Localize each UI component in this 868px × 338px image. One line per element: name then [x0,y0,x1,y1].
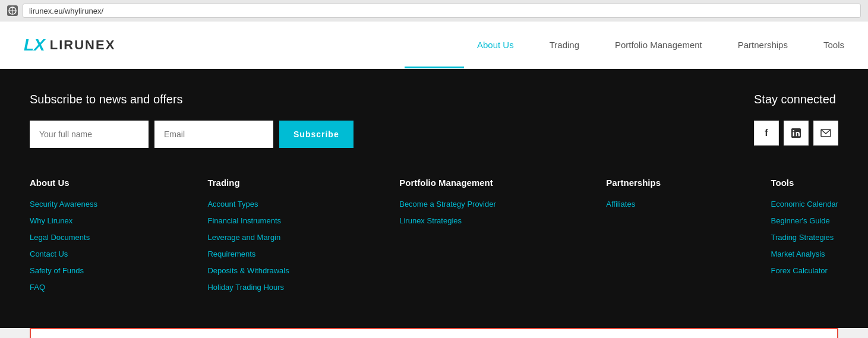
subscribe-section: Subscribe to news and offers Subscribe S… [30,93,838,148]
list-item: Contact Us [30,248,97,259]
footer-col-trading: Trading Account Types Financial Instrume… [207,178,289,298]
link-financial-instruments[interactable]: Financial Instruments [207,216,281,225]
link-faq[interactable]: FAQ [30,283,45,292]
link-holiday-hours[interactable]: Holiday Trading Hours [207,283,284,292]
link-economic-calendar[interactable]: Economic Calendar [771,200,838,209]
link-market-analysis[interactable]: Market Analysis [771,249,825,258]
nav-item-portfolio[interactable]: Portfolio Management [615,40,702,50]
footer-col-partnerships: Partnerships Affiliates [606,178,661,298]
nav-link-about-us[interactable]: About Us [477,40,514,50]
list-item: Financial Instruments [207,215,289,226]
name-input[interactable] [30,121,149,148]
link-lirunex-strategies[interactable]: Lirunex Strategies [399,216,462,225]
list-item: Requirements [207,248,289,259]
footer-col-trading-heading: Trading [207,178,289,188]
stay-connected: Stay connected f [754,93,838,146]
list-item: Market Analysis [771,248,838,259]
list-item: Safety of Funds [30,265,97,276]
email-icon[interactable] [813,121,838,146]
navbar: LX LIRUNEX About Us Trading Portfolio Ma… [0,21,868,69]
logo-text: LIRUNEX [50,37,116,53]
logo-icon: LX [24,37,45,53]
list-item: Holiday Trading Hours [207,282,289,292]
footer-col-portfolio: Portfolio Management Become a Strategy P… [399,178,496,298]
list-item: Trading Strategies [771,232,838,242]
list-item: Why Lirunex [30,215,97,226]
nav-item-about-us[interactable]: About Us [477,40,514,50]
nav-item-trading[interactable]: Trading [550,40,579,50]
footer-col-partnerships-heading: Partnerships [606,178,661,188]
list-item: FAQ [30,282,97,292]
nav-item-tools[interactable]: Tools [823,40,844,50]
nav-link-portfolio[interactable]: Portfolio Management [615,40,702,50]
nav-link-tools[interactable]: Tools [823,40,844,50]
list-item: Account Types [207,198,289,209]
browser-icon [7,5,18,16]
list-item: Leverage and Margin [207,232,289,242]
footer-col-about-heading: About Us [30,178,97,188]
logo[interactable]: LX LIRUNEX [24,37,115,53]
footer-col-portfolio-heading: Portfolio Management [399,178,496,188]
link-requirements[interactable]: Requirements [207,249,255,258]
list-item: Forex Calculator [771,265,838,276]
link-safety[interactable]: Safety of Funds [30,266,84,275]
browser-bar: lirunex.eu/whylirunex/ [0,0,868,21]
nav-link-partnerships[interactable]: Partnerships [738,40,788,50]
subscribe-button[interactable]: Subscribe [279,121,353,148]
list-item: Lirunex Strategies [399,215,496,226]
list-item: Affiliates [606,198,661,209]
link-beginners-guide[interactable]: Beginner's Guide [771,216,830,225]
link-leverage[interactable]: Leverage and Margin [207,233,280,242]
stay-connected-heading: Stay connected [754,93,838,106]
nav-item-partnerships[interactable]: Partnerships [738,40,788,50]
linkedin-icon[interactable] [784,121,809,146]
nav-link-trading[interactable]: Trading [550,40,579,50]
nav-links: About Us Trading Portfolio Management Pa… [477,40,844,50]
subscribe-heading: Subscribe to news and offers [30,93,353,106]
link-affiliates[interactable]: Affiliates [606,200,635,209]
footer-col-about-links: Security Awareness Why Lirunex Legal Doc… [30,198,97,292]
nav-active-indicator [405,67,464,68]
link-deposits[interactable]: Deposits & Withdrawals [207,266,289,275]
list-item: Beginner's Guide [771,215,838,226]
list-item: Legal Documents [30,232,97,242]
list-item: Economic Calendar [771,198,838,209]
footer-col-tools: Tools Economic Calendar Beginner's Guide… [771,178,838,298]
link-security[interactable]: Security Awareness [30,200,97,209]
link-strategy-provider[interactable]: Become a Strategy Provider [399,200,496,209]
link-forex-calculator[interactable]: Forex Calculator [771,266,828,275]
subscribe-left: Subscribe to news and offers Subscribe [30,93,353,148]
legal-section: This website is operated by LIRUNEX LIMI… [30,328,838,338]
social-icons: f [754,121,838,146]
link-account-types[interactable]: Account Types [207,200,258,209]
footer-col-portfolio-links: Become a Strategy Provider Lirunex Strat… [399,198,496,226]
footer-main: Subscribe to news and offers Subscribe S… [0,69,868,328]
browser-url-bar[interactable]: lirunex.eu/whylirunex/ [23,4,861,18]
list-item: Become a Strategy Provider [399,198,496,209]
footer-col-partnerships-links: Affiliates [606,198,661,209]
list-item: Security Awareness [30,198,97,209]
list-item: Deposits & Withdrawals [207,265,289,276]
email-input[interactable] [154,121,273,148]
footer-columns: About Us Security Awareness Why Lirunex … [30,178,838,298]
footer-col-tools-links: Economic Calendar Beginner's Guide Tradi… [771,198,838,276]
link-trading-strategies[interactable]: Trading Strategies [771,233,834,242]
link-why-lirunex[interactable]: Why Lirunex [30,216,72,225]
footer-col-tools-heading: Tools [771,178,838,188]
footer-col-about: About Us Security Awareness Why Lirunex … [30,178,97,298]
footer-col-trading-links: Account Types Financial Instruments Leve… [207,198,289,292]
subscribe-form: Subscribe [30,121,353,148]
facebook-icon[interactable]: f [754,121,779,146]
link-legal[interactable]: Legal Documents [30,233,90,242]
link-contact[interactable]: Contact Us [30,249,68,258]
